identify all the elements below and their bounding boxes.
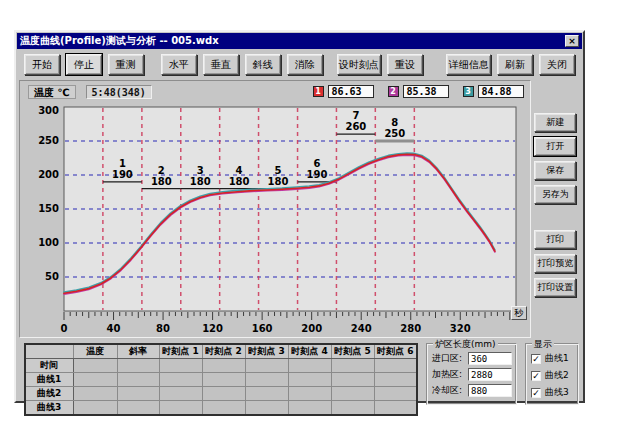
table-cell	[245, 359, 288, 373]
table-cell	[331, 387, 374, 401]
close-button[interactable]: 关闭	[539, 54, 575, 75]
table-cell	[288, 387, 331, 401]
seconds-unit-label: 秒	[511, 306, 527, 320]
zone-number-label: 5	[275, 165, 282, 176]
main-area: 温度 ℃ 5:48(348) 186.63285.38384.88 501001…	[16, 80, 583, 338]
close-icon[interactable]: ×	[565, 35, 579, 47]
horizontal-line-button[interactable]: 水平	[161, 54, 197, 75]
zone-setpoint-label: 260	[345, 121, 366, 132]
y-tick-label: 150	[38, 203, 59, 214]
x-tick-label: 120	[202, 323, 223, 334]
curve-color-icon: 2	[388, 86, 399, 97]
curve-color-icon: 1	[313, 86, 324, 97]
temperature-unit-label: 温度 ℃	[28, 85, 76, 99]
curve-color-icon: 3	[463, 86, 474, 97]
table-cell	[202, 401, 245, 416]
refresh-button[interactable]: 刷新	[497, 54, 533, 75]
vertical-line-button[interactable]: 垂直	[203, 54, 239, 75]
table-cell	[331, 359, 374, 373]
display-panel: 显示 ✓曲线1✓曲线2✓曲线3	[525, 343, 579, 405]
table-cell	[245, 401, 288, 416]
table-row-label: 曲线2	[25, 387, 73, 401]
print-preview-button[interactable]: 打印预览	[534, 254, 576, 273]
retest-button[interactable]: 重测	[108, 54, 144, 75]
table-header-cell: 时刻点 1	[159, 344, 202, 359]
table-header-cell: 时刻点 5	[331, 344, 374, 359]
table-cell	[245, 373, 288, 387]
x-tick-label: 200	[301, 323, 322, 334]
elapsed-time-display: 5:48(348)	[86, 85, 152, 99]
save-as-button[interactable]: 另存为	[534, 185, 576, 204]
table-cell	[73, 401, 117, 416]
table-cell	[73, 373, 117, 387]
x-tick-label: 160	[252, 323, 273, 334]
table-cell	[117, 359, 159, 373]
cooling-zone-field[interactable]	[468, 384, 512, 397]
table-cell	[159, 387, 202, 401]
y-tick-label: 250	[38, 135, 59, 146]
table-cell	[73, 387, 117, 401]
details-button[interactable]: 详细信息	[446, 54, 491, 75]
profile-chart[interactable]: 5010015020025030004080120160200240280320…	[22, 101, 533, 337]
legend-item: 285.38	[388, 85, 449, 98]
entry-zone-field-label: 进口区:	[432, 352, 468, 365]
reset-button[interactable]: 重设	[387, 54, 423, 75]
oven-zone-legend: 炉区长度(mm)	[433, 338, 498, 351]
table-header-cell: 时刻点 6	[374, 344, 417, 359]
display-legend: 显示	[532, 338, 554, 351]
chart-header: 温度 ℃ 5:48(348) 186.63285.38384.88	[20, 81, 530, 100]
zone-setpoint-label: 180	[268, 176, 289, 187]
heating-zone-field[interactable]	[468, 368, 512, 381]
show-curve-3-checkbox[interactable]: ✓	[531, 388, 541, 398]
zone-number-label: 8	[391, 117, 398, 128]
zone-setpoint-label: 190	[307, 169, 328, 180]
zone-number-label: 6	[314, 158, 321, 169]
stop-button[interactable]: 停止	[66, 54, 102, 75]
x-tick-label: 80	[156, 323, 170, 334]
print-setup-button[interactable]: 打印设置	[534, 278, 576, 297]
zone-number-label: 7	[352, 110, 359, 121]
table-cell	[374, 401, 417, 416]
current-temp-value: 84.88	[478, 85, 524, 98]
table-header-cell: 斜率	[117, 344, 159, 359]
slant-line-button[interactable]: 斜线	[245, 54, 281, 75]
new-button[interactable]: 新建	[534, 113, 576, 132]
zone-setpoint-label: 190	[112, 169, 133, 180]
zone-number-label: 1	[119, 158, 126, 169]
table-cell	[202, 373, 245, 387]
x-tick-label: 320	[450, 323, 471, 334]
x-tick-label: 280	[400, 323, 421, 334]
table-header-cell: 时刻点 2	[202, 344, 245, 359]
set-timepoints-button[interactable]: 设时刻点	[337, 54, 382, 75]
table-header-cell: 时刻点 4	[288, 344, 331, 359]
table-cell	[374, 359, 417, 373]
table-cell	[245, 387, 288, 401]
table-header-cell: 温度	[73, 344, 117, 359]
show-curve-2-checkbox[interactable]: ✓	[531, 371, 541, 381]
save-button[interactable]: 保存	[534, 161, 576, 180]
show-curve-2-label: 曲线2	[545, 369, 569, 382]
table-cell	[288, 401, 331, 416]
entry-zone-field[interactable]	[468, 352, 512, 365]
y-tick-label: 50	[45, 271, 59, 282]
window-title: 温度曲线(Profile)测试与分析 -- 005.wdx	[20, 34, 219, 48]
table-cell	[288, 359, 331, 373]
file-button-column: 新建打开保存另存为打印打印预览打印设置	[531, 80, 580, 338]
open-button[interactable]: 打开	[534, 137, 576, 156]
show-curve-1-checkbox[interactable]: ✓	[531, 354, 541, 364]
bottom-panel: 温度斜率时刻点 1时刻点 2时刻点 3时刻点 4时刻点 5时刻点 6时间曲线1曲…	[16, 338, 583, 416]
zone-number-label: 2	[158, 165, 165, 176]
erase-button[interactable]: 消除	[287, 54, 323, 75]
current-temp-value: 86.63	[328, 85, 374, 98]
zone-number-label: 4	[236, 165, 243, 176]
oven-zone-panel: 炉区长度(mm) 进口区:加热区:冷却区:	[426, 343, 517, 405]
start-button[interactable]: 开始	[24, 54, 60, 75]
results-table: 温度斜率时刻点 1时刻点 2时刻点 3时刻点 4时刻点 5时刻点 6时间曲线1曲…	[24, 343, 418, 416]
zone-setpoint-label: 180	[229, 176, 250, 187]
table-cell	[73, 359, 117, 373]
legend-readouts: 186.63285.38384.88	[313, 85, 524, 98]
table-cell	[288, 373, 331, 387]
title-bar[interactable]: 温度曲线(Profile)测试与分析 -- 005.wdx ×	[17, 33, 582, 49]
print-button[interactable]: 打印	[534, 230, 576, 249]
table-cell	[159, 401, 202, 416]
